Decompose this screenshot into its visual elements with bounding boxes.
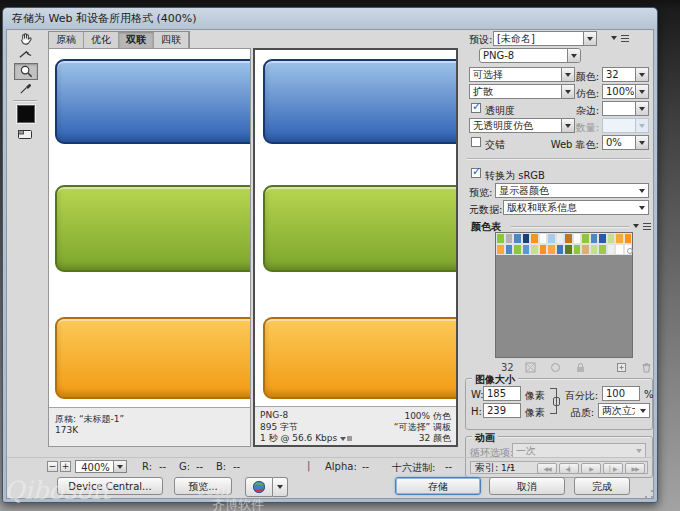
- toggle-slices-visibility[interactable]: [14, 127, 36, 142]
- preview-mode-dropdown[interactable]: 显示器颜色: [495, 183, 649, 198]
- new-color-icon[interactable]: [616, 362, 627, 373]
- eyedropper-tool[interactable]: [14, 81, 36, 96]
- color-swatch[interactable]: [496, 244, 505, 255]
- optimized-time[interactable]: 1 秒 @ 56.6 Kbps: [260, 432, 352, 445]
- tab-4up[interactable]: 四联: [154, 32, 189, 48]
- device-central-button[interactable]: Device Central...: [57, 477, 163, 495]
- panel-divider: [467, 158, 651, 159]
- preset-dropdown[interactable]: [未命名]: [493, 31, 597, 46]
- color-swatch[interactable]: [522, 244, 531, 255]
- color-swatch[interactable]: [590, 233, 599, 244]
- color-swatch[interactable]: [513, 244, 522, 255]
- panel-menu-icon[interactable]: [611, 34, 629, 43]
- chevron-down-icon: [340, 437, 346, 441]
- interlaced-checkbox[interactable]: [471, 137, 481, 147]
- quality-dropdown[interactable]: 两次立方: [598, 403, 650, 418]
- hand-tool[interactable]: [14, 31, 36, 46]
- format-dropdown[interactable]: PNG-8: [479, 48, 581, 63]
- color-swatch[interactable]: [539, 244, 548, 255]
- toolbar-divider: [13, 100, 37, 101]
- zoom-tool[interactable]: [14, 63, 38, 80]
- bottom-statusbar: − + 400% R: -- G: -- B: -- | Alpha: -- 十…: [7, 457, 653, 475]
- chevron-down-icon: [635, 119, 648, 132]
- r-label: R:: [142, 461, 152, 472]
- color-swatch[interactable]: [564, 233, 573, 244]
- zoom-in-button[interactable]: +: [60, 461, 71, 472]
- percent-label: 百分比:: [558, 389, 598, 403]
- color-swatch[interactable]: [573, 244, 582, 255]
- color-swatch[interactable]: [624, 244, 633, 255]
- loop-value: 一次: [516, 445, 631, 457]
- link-dimensions-icon[interactable]: [550, 388, 557, 414]
- color-swatch[interactable]: [513, 233, 522, 244]
- cancel-button[interactable]: 取消: [489, 477, 565, 495]
- browser-preview-button[interactable]: [245, 477, 273, 497]
- color-swatch[interactable]: [522, 233, 531, 244]
- slice-select-tool[interactable]: [14, 47, 36, 62]
- save-button[interactable]: 存储: [395, 477, 481, 495]
- color-swatch[interactable]: [539, 233, 548, 244]
- color-swatch[interactable]: [547, 244, 556, 255]
- color-swatch[interactable]: [530, 233, 539, 244]
- zoom-level-value: 400%: [79, 462, 112, 474]
- download-time: 1 秒 @ 56.6 Kbps: [260, 433, 337, 443]
- dialog-titlebar[interactable]: 存储为 Web 和设备所用格式 (400%): [7, 11, 653, 27]
- index-label: 索引:: [475, 461, 498, 475]
- matte-field[interactable]: [602, 101, 649, 116]
- color-swatch[interactable]: [505, 233, 514, 244]
- color-swatch[interactable]: [607, 233, 616, 244]
- zoom-out-button[interactable]: −: [47, 461, 58, 472]
- colors-field[interactable]: 32: [602, 67, 649, 82]
- percent-input[interactable]: 100: [602, 386, 640, 401]
- color-swatch[interactable]: [581, 233, 590, 244]
- color-swatch[interactable]: [607, 244, 616, 255]
- color-table-buttons: [525, 362, 652, 373]
- dither-field[interactable]: 100%: [602, 84, 649, 99]
- color-swatch[interactable]: [581, 244, 590, 255]
- width-input[interactable]: 185: [483, 386, 521, 401]
- preview-mode-label: 预览:: [469, 186, 492, 200]
- color-swatch[interactable]: [615, 233, 624, 244]
- color-swatch[interactable]: [505, 244, 514, 255]
- lock-color-icon[interactable]: [575, 362, 586, 373]
- color-swatch[interactable]: [556, 233, 565, 244]
- tab-optimized[interactable]: 优化: [84, 32, 119, 48]
- original-pane[interactable]: 原稿: “未标题-1” 173K: [48, 48, 251, 447]
- color-swatch[interactable]: [598, 244, 607, 255]
- done-button[interactable]: 完成: [574, 477, 630, 495]
- screen: 存储为 Web 和设备所用格式 (400%): [0, 0, 680, 511]
- chevron-down-icon: [277, 485, 283, 489]
- delete-color-icon[interactable]: [641, 362, 652, 373]
- tab-original[interactable]: 原稿: [49, 32, 84, 48]
- animation-title: 动画: [472, 431, 498, 445]
- snap-web-palette-icon[interactable]: [525, 362, 536, 373]
- resize-grip[interactable]: [644, 489, 654, 499]
- preview-button-green: [55, 185, 250, 272]
- browser-select-arrow[interactable]: [273, 477, 288, 497]
- dialog-content: 原稿 优化 双联 四联 原稿: “未标题-1” 173K: [6, 29, 654, 499]
- preview-button-label: 预览...: [188, 481, 218, 492]
- transparency-checkbox[interactable]: ✓: [471, 103, 481, 113]
- lock-transparent-icon[interactable]: [550, 362, 561, 373]
- color-swatch[interactable]: [564, 244, 573, 255]
- eyedropper-color[interactable]: [17, 105, 35, 123]
- color-swatch[interactable]: [556, 244, 565, 255]
- optimized-pane[interactable]: PNG-8 895 字节 1 秒 @ 56.6 Kbps 100% 仿色 “可选…: [253, 48, 458, 447]
- color-swatch[interactable]: [615, 244, 624, 255]
- optimized-format: PNG-8: [260, 410, 288, 420]
- tab-2up[interactable]: 双联: [119, 32, 154, 48]
- color-swatch[interactable]: [530, 244, 539, 255]
- color-swatch[interactable]: [573, 233, 582, 244]
- zoom-level-dropdown[interactable]: 400%: [75, 460, 127, 473]
- color-swatch[interactable]: [547, 233, 556, 244]
- srgb-checkbox[interactable]: ✓: [471, 168, 481, 178]
- color-table-menu-icon[interactable]: [633, 222, 651, 231]
- color-swatch[interactable]: [496, 233, 505, 244]
- metadata-dropdown[interactable]: 版权和联系信息: [503, 200, 649, 215]
- height-input[interactable]: 239: [483, 403, 521, 418]
- preview-in-browser-button[interactable]: 预览...: [174, 477, 232, 495]
- color-swatch[interactable]: [598, 233, 607, 244]
- websnap-field[interactable]: 0%: [602, 135, 649, 150]
- color-swatch[interactable]: [590, 244, 599, 255]
- color-swatch[interactable]: [624, 233, 633, 244]
